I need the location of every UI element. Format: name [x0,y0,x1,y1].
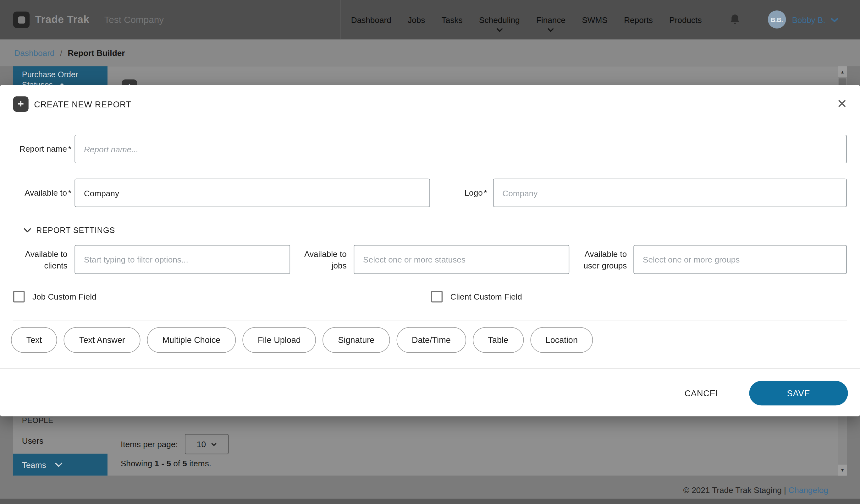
nav-finance[interactable]: Finance [536,15,565,25]
nav-jobs[interactable]: Jobs [408,15,425,25]
multiple-choice-field-button[interactable]: Multiple Choice [147,327,236,353]
app-header: Trade Trak Test Company Dashboard Jobs T… [0,0,860,40]
breadcrumb-dashboard-link[interactable]: Dashboard [14,48,54,58]
screen: Trade Trak Test Company Dashboard Jobs T… [0,0,860,504]
cancel-button[interactable]: CANCEL [679,381,726,406]
text-field-button[interactable]: Text [11,327,57,353]
client-custom-field-checkbox[interactable] [431,291,443,303]
nav-scheduling[interactable]: Scheduling [479,15,520,25]
save-button[interactable]: SAVE [749,381,848,406]
available-to-select[interactable] [74,179,430,207]
available-to-user-groups-label: Available to user groups [571,245,627,274]
items-per-page-select[interactable]: 10 [185,434,229,455]
brand-name: Trade Trak [35,14,89,26]
available-to-label: Available to* [13,188,71,198]
chevron-down-icon [24,228,31,232]
chevron-down-icon [211,443,217,446]
create-report-modal: + CREATE NEW REPORT × Report name* Avail… [0,85,860,416]
plus-icon: + [13,97,29,112]
nav-dashboard[interactable]: Dashboard [351,15,391,25]
job-custom-field-label: Job Custom Field [32,292,97,301]
items-per-page-label: Items per page: [121,439,178,449]
sidebar-section-people: PEOPLE [22,416,54,425]
changelog-link[interactable]: Changelog [788,486,828,495]
window-bottom-edge [0,499,860,504]
report-settings-toggle[interactable]: REPORT SETTINGS [24,226,115,235]
breadcrumb-current: Report Builder [68,48,125,58]
showing-summary: Showing 1 - 5 of 5 items. [121,458,211,468]
available-to-user-groups-input[interactable] [633,245,847,274]
scroll-up-arrow[interactable]: ▲ [838,66,847,77]
available-to-jobs-label: Available to jobs [292,245,347,274]
required-marker: * [68,188,71,197]
sidebar-item-users[interactable]: Users [13,429,108,452]
close-icon[interactable]: × [835,93,849,115]
divider [13,321,847,321]
field-type-buttons: Text Text Answer Multiple Choice File Up… [11,327,593,353]
chevron-down-icon [55,462,62,467]
notifications-bell-icon[interactable] [728,13,742,26]
date-time-field-button[interactable]: Date/Time [396,327,466,353]
job-custom-field-row: Job Custom Field [13,291,97,303]
user-avatar[interactable]: B.B. [768,10,786,29]
logo-label: Logo* [429,188,487,198]
chevron-down-icon [496,28,503,31]
client-custom-field-label: Client Custom Field [450,292,522,301]
file-upload-field-button[interactable]: File Upload [242,327,316,353]
location-field-button[interactable]: Location [530,327,593,353]
chevron-down-icon[interactable] [830,18,838,23]
main-nav: Dashboard Jobs Tasks Scheduling Finance … [351,0,702,40]
breadcrumb-separator: / [60,48,62,58]
brand-logo-icon[interactable] [13,12,30,28]
company-name: Test Company [104,15,164,26]
available-to-clients-label: Available to clients [13,245,68,274]
required-marker: * [484,188,487,197]
breadcrumb: Dashboard / Report Builder [0,40,860,66]
table-field-button[interactable]: Table [473,327,524,353]
chevron-down-icon [547,28,554,31]
divider [0,368,860,369]
report-name-input[interactable] [74,135,847,163]
required-marker: * [68,144,71,153]
scroll-down-arrow[interactable]: ▼ [838,465,847,476]
page-footer: © 2021 Trade Trak Staging | Changelog [683,486,828,495]
nav-swms[interactable]: SWMS [582,15,607,25]
job-custom-field-checkbox[interactable] [13,291,25,303]
modal-title: CREATE NEW REPORT [34,100,131,109]
nav-reports[interactable]: Reports [624,15,653,25]
text-answer-field-button[interactable]: Text Answer [64,327,141,353]
logo-input[interactable] [493,179,847,207]
header-divider [340,0,341,40]
signature-field-button[interactable]: Signature [323,327,390,353]
sidebar-item-teams[interactable]: Teams [13,454,108,476]
report-name-label: Report name* [13,144,71,154]
available-to-jobs-input[interactable] [354,245,569,274]
nav-tasks[interactable]: Tasks [442,15,463,25]
available-to-clients-input[interactable] [74,245,290,274]
nav-products[interactable]: Products [669,15,702,25]
logo-glyph [18,16,25,23]
client-custom-field-row: Client Custom Field [431,291,522,303]
user-menu[interactable]: Bobby B. [792,15,826,25]
